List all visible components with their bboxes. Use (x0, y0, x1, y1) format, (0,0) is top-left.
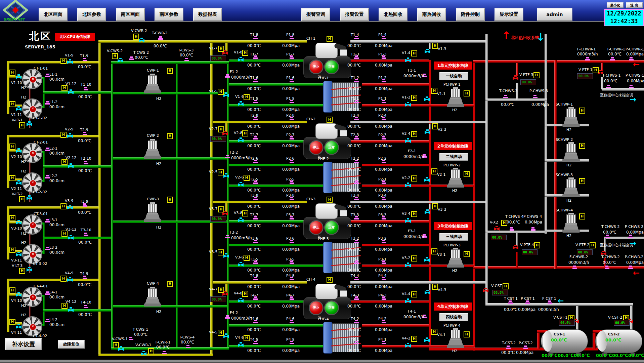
hand-auto-icon[interactable]: H (242, 50, 248, 56)
hand-auto-icon[interactable]: H (218, 89, 224, 95)
nav-alarm-setup-button[interactable]: 报警设置 (340, 8, 369, 21)
valve-icon[interactable] (424, 337, 430, 342)
pump-SCHWP-3[interactable] (562, 177, 580, 197)
valve-icon[interactable] (405, 298, 411, 303)
hand-auto-icon[interactable]: H (244, 255, 250, 261)
valve-icon[interactable] (16, 292, 22, 297)
hand-auto-icon[interactable]: H (244, 94, 250, 100)
valve-icon[interactable] (27, 121, 32, 126)
hand-auto-icon[interactable]: H (593, 67, 599, 73)
valve-icon[interactable] (16, 180, 22, 185)
hand-auto-icon[interactable]: H (411, 291, 417, 297)
valve-icon[interactable] (118, 58, 123, 63)
cooling-tower-CT-4-02[interactable] (22, 316, 42, 336)
nav-north-heat-recovery-button[interactable]: 北热回收 (379, 8, 407, 21)
valve-icon[interactable] (425, 209, 430, 214)
hand-auto-icon[interactable]: H (19, 196, 25, 202)
hand-auto-icon[interactable]: H (579, 143, 585, 149)
hand-auto-icon[interactable]: H (218, 126, 224, 132)
valve-icon[interactable] (118, 346, 124, 351)
hand-auto-icon[interactable]: H (244, 175, 250, 181)
hand-auto-icon[interactable]: H (242, 210, 248, 216)
pump-SCHWP-4[interactable] (562, 213, 580, 233)
hand-auto-icon[interactable]: H (9, 319, 15, 325)
hand-auto-icon[interactable]: H (431, 248, 437, 254)
valve-red-icon[interactable] (483, 288, 488, 292)
valve-icon[interactable] (405, 102, 411, 107)
chiller-CH-1[interactable]: 停止正常 (303, 42, 351, 80)
valve-icon[interactable] (425, 129, 430, 134)
hand-auto-icon[interactable]: H (411, 255, 417, 261)
unit-mode-button[interactable]: 四线自动 (439, 313, 468, 321)
valve-icon[interactable] (405, 218, 411, 223)
valve-icon[interactable] (223, 253, 229, 258)
hand-auto-icon[interactable]: H (411, 175, 417, 182)
hand-auto-icon[interactable]: H (327, 36, 333, 42)
hand-auto-icon[interactable]: H (19, 268, 25, 274)
valve-red-icon[interactable] (513, 75, 518, 80)
valve-icon[interactable] (139, 38, 144, 42)
valve-icon[interactable] (405, 263, 411, 267)
exit-button[interactable]: 退 出 (626, 2, 643, 8)
valve-icon[interactable] (405, 183, 411, 187)
hand-auto-icon[interactable]: H (432, 43, 438, 49)
valve-icon[interactable] (424, 96, 430, 101)
valve-icon[interactable] (67, 277, 73, 282)
valve-icon[interactable] (238, 101, 244, 106)
valve-icon[interactable] (68, 307, 74, 312)
hand-auto-icon[interactable]: H (60, 203, 67, 209)
hand-auto-icon[interactable]: H (218, 46, 224, 52)
hand-auto-icon[interactable]: H (9, 144, 15, 150)
hand-auto-icon[interactable]: H (431, 88, 437, 94)
water-makeup-settings-button[interactable]: 补水设置 (5, 338, 42, 350)
hand-auto-icon[interactable]: H (327, 197, 333, 203)
hand-auto-icon[interactable]: H (411, 50, 417, 56)
user-account-button[interactable]: admin (537, 8, 572, 21)
hand-auto-icon[interactable]: H (9, 101, 15, 107)
hand-auto-icon[interactable]: H (432, 284, 438, 290)
valve-icon[interactable] (67, 205, 73, 209)
cooling-tower-CT-2-02[interactable] (22, 172, 42, 193)
hand-auto-icon[interactable]: H (411, 95, 417, 101)
hand-auto-icon[interactable]: H (9, 247, 15, 253)
valve-icon[interactable] (68, 235, 74, 240)
valve-icon[interactable] (223, 92, 229, 97)
valve-icon[interactable] (16, 252, 22, 256)
pump-PCHWP-4[interactable] (447, 328, 464, 348)
nav-south-screen-button[interactable]: 南区画面 (116, 8, 145, 21)
chiller-CH-3[interactable]: 停止正常 (303, 203, 351, 241)
pump-CWP-3[interactable] (144, 202, 161, 222)
hand-auto-icon[interactable]: H (503, 283, 509, 289)
pump-PCHWP-3[interactable] (447, 248, 464, 268)
hand-auto-icon[interactable]: H (431, 329, 437, 335)
pump-CWP-1[interactable] (144, 74, 161, 93)
unit-mode-button[interactable]: 二线自动 (439, 153, 468, 161)
hand-auto-icon[interactable]: H (112, 53, 118, 59)
valve-red-icon[interactable] (513, 245, 518, 249)
valve-icon[interactable] (238, 57, 244, 62)
hand-auto-icon[interactable]: H (19, 122, 25, 128)
hand-auto-icon[interactable]: H (167, 197, 173, 203)
valve-icon[interactable] (238, 298, 244, 302)
hand-auto-icon[interactable]: H (218, 287, 224, 293)
pump-CWP-4[interactable] (144, 287, 161, 307)
pump-SCHWP-2[interactable] (562, 142, 580, 162)
valve-icon[interactable] (238, 342, 244, 347)
valve-icon[interactable] (238, 182, 244, 187)
hand-auto-icon[interactable]: H (411, 131, 417, 137)
hand-auto-icon[interactable]: H (167, 281, 173, 287)
hand-auto-icon[interactable]: H (167, 133, 173, 139)
hand-auto-icon[interactable]: H (464, 331, 470, 337)
pump-CWP-2[interactable] (144, 139, 161, 159)
valve-icon[interactable] (405, 343, 411, 348)
hand-auto-icon[interactable]: H (411, 211, 417, 217)
hand-auto-icon[interactable]: H (218, 206, 224, 212)
nav-south-params-button[interactable]: 南区参数 (155, 8, 183, 21)
valve-icon[interactable] (16, 220, 22, 225)
minimize-button[interactable]: 最小化 (607, 2, 624, 8)
hand-auto-icon[interactable]: H (432, 123, 438, 129)
valve-icon[interactable] (223, 173, 229, 178)
nav-data-report-button[interactable]: 数据报表 (193, 8, 222, 21)
valve-icon[interactable] (67, 133, 73, 138)
unit-mode-button[interactable]: 一线自动 (439, 72, 468, 80)
